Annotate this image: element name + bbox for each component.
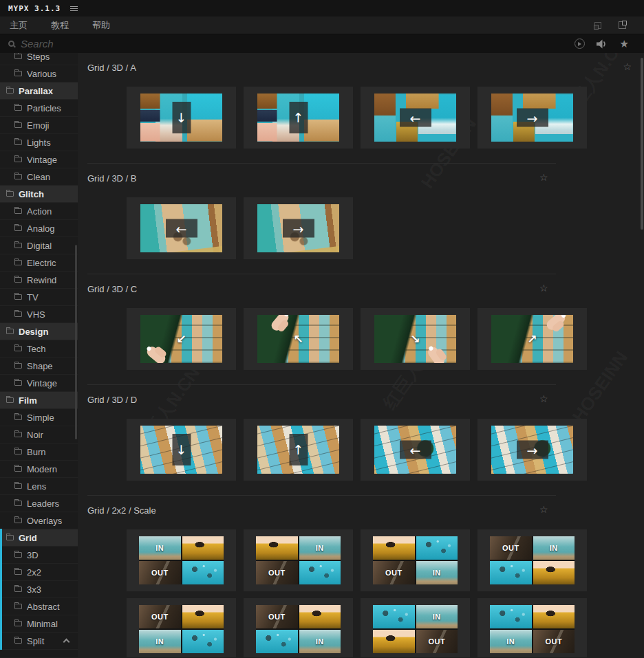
folder-icon <box>14 157 22 162</box>
sidebar-item-digital[interactable]: Digital <box>0 237 78 254</box>
sidebar-item-clean[interactable]: Clean <box>0 168 78 186</box>
sidebar-group-glitch[interactable]: Glitch <box>0 186 78 203</box>
folder-icon <box>14 260 22 265</box>
sidebar-item-noir[interactable]: Noir <box>0 426 78 443</box>
transition-card[interactable]: ↗ <box>477 308 587 370</box>
section-favorite-star-icon[interactable]: ☆ <box>539 505 548 514</box>
sidebar-item-vintage2[interactable]: Vintage <box>0 375 78 392</box>
sidebar-group-film[interactable]: Film <box>0 392 78 409</box>
transition-card[interactable]: ↘ <box>361 308 470 370</box>
sidebar-item-overlays[interactable]: Overlays <box>0 512 78 529</box>
sidebar-item-particles[interactable]: Particles <box>0 100 78 117</box>
folder-icon <box>14 483 22 489</box>
scale-out-label: OUT <box>256 613 298 621</box>
window-dock-icon[interactable] <box>594 22 601 29</box>
transition-card[interactable]: IN OUT <box>127 529 236 591</box>
sidebar-item-abstract[interactable]: Abstract <box>0 598 78 615</box>
transition-card[interactable]: IN OUT <box>477 598 587 657</box>
scale-in-label: IN <box>139 637 181 646</box>
sidebar-group-grid[interactable]: Grid <box>0 529 78 547</box>
hamburger-menu-icon[interactable] <box>70 5 78 12</box>
sidebar-item-3d[interactable]: 3D <box>0 547 78 564</box>
sidebar-group-design[interactable]: Design <box>0 323 78 340</box>
scale-out-label: OUT <box>256 569 298 577</box>
sidebar-item-lights[interactable]: Lights <box>0 134 78 151</box>
section-favorite-star-icon[interactable]: ☆ <box>539 394 548 404</box>
sidebar-item-steps[interactable]: Steps <box>0 53 78 65</box>
section-favorite-star-icon[interactable]: ☆ <box>623 62 632 72</box>
sidebar-item-leaders[interactable]: Leaders <box>0 495 78 512</box>
section-title: Grid / 3D / D <box>78 393 644 407</box>
volume-icon[interactable] <box>597 39 608 49</box>
sidebar-group-parallax[interactable]: Parallax <box>0 83 78 100</box>
transition-card[interactable]: → <box>477 87 587 149</box>
folder-icon <box>6 88 14 94</box>
scale-out-label: OUT <box>416 637 458 646</box>
sidebar-item-emoji[interactable]: Emoji <box>0 117 78 134</box>
section-favorite-star-icon[interactable]: ☆ <box>539 283 548 293</box>
menu-help[interactable]: 帮助 <box>92 19 110 32</box>
sidebar-item-3x3[interactable]: 3x3 <box>0 581 78 598</box>
play-preview-icon[interactable] <box>575 39 585 49</box>
transition-card[interactable]: IN OUT <box>244 529 353 591</box>
collapse-chevron-icon[interactable] <box>63 639 70 646</box>
scale-out-label: OUT <box>490 544 532 552</box>
sidebar-item-rewind[interactable]: Rewind <box>0 272 78 289</box>
menu-home[interactable]: 主页 <box>10 19 28 32</box>
transition-card[interactable]: OUT IN <box>127 598 236 657</box>
sidebar-item-electric[interactable]: Electric <box>0 254 78 272</box>
sidebar-item-tv[interactable]: TV <box>0 289 78 306</box>
arrow-right-icon: → <box>517 109 548 127</box>
transition-card[interactable]: ← <box>361 419 470 481</box>
sidebar-scrollbar[interactable] <box>75 245 77 439</box>
hand-photo <box>145 344 168 363</box>
menubar: 主页 教程 帮助 <box>0 17 644 34</box>
sidebar-item-burn[interactable]: Burn <box>0 443 78 461</box>
sidebar-item-split[interactable]: Split <box>0 633 78 650</box>
sidebar-item-various[interactable]: Various <box>0 65 78 83</box>
scale-out-label: OUT <box>139 613 181 621</box>
transition-card[interactable]: ← <box>361 87 470 149</box>
transition-card[interactable]: ↑ <box>244 419 353 481</box>
search-input[interactable] <box>21 38 227 50</box>
scale-in-label: IN <box>490 637 532 646</box>
sidebar-item-vhs[interactable]: VHS <box>0 306 78 323</box>
sidebar-item-shape[interactable]: Shape <box>0 358 78 375</box>
app-window: MYPX 3.1.3 主页 教程 帮助 ★ <box>0 0 644 658</box>
transition-card[interactable]: → <box>477 419 587 481</box>
scale-in-label: IN <box>299 544 341 552</box>
sidebar-item-lens[interactable]: Lens <box>0 478 78 495</box>
transition-card[interactable]: OUT IN <box>361 529 470 591</box>
transition-card[interactable]: OUT IN <box>477 529 587 591</box>
content-scrollbar[interactable] <box>641 58 643 230</box>
transition-card[interactable]: ← <box>127 197 236 259</box>
transition-card[interactable]: IN OUT <box>361 598 470 657</box>
sidebar-item-action[interactable]: Action <box>0 203 78 220</box>
sidebar-item-tech[interactable]: Tech <box>0 340 78 358</box>
transition-card[interactable]: → <box>244 197 353 259</box>
transition-card[interactable]: ↖ <box>244 308 353 370</box>
transition-card[interactable]: OUT IN <box>244 598 353 657</box>
hand-photo <box>426 345 446 363</box>
section-grid-3d-c: Grid / 3D / C ☆ ↙ ↖ ↘ ↗ <box>78 274 644 385</box>
menu-tutorial[interactable]: 教程 <box>51 19 69 32</box>
transition-card[interactable]: ↓ <box>127 87 236 149</box>
scale-out-label: OUT <box>139 569 181 577</box>
folder-icon <box>14 311 22 317</box>
section-favorite-star-icon[interactable]: ☆ <box>539 173 548 182</box>
sidebar-item-modern[interactable]: Modern <box>0 461 78 478</box>
transition-card[interactable]: ↙ <box>127 308 236 370</box>
sidebar-item-simple[interactable]: Simple <box>0 409 78 426</box>
sidebar-item-vintage[interactable]: Vintage <box>0 151 78 168</box>
transition-card[interactable]: ↑ <box>244 87 353 149</box>
sidebar-item-analog[interactable]: Analog <box>0 220 78 237</box>
sidebar-item-2x2[interactable]: 2x2 <box>0 564 78 581</box>
scale-out-label: OUT <box>533 637 575 646</box>
window-popout-icon[interactable] <box>619 21 626 29</box>
favorites-star-icon[interactable]: ★ <box>620 39 629 49</box>
arrow-right-icon: → <box>517 441 548 459</box>
transition-card[interactable]: ↓ <box>127 419 236 481</box>
folder-icon <box>6 535 14 540</box>
scale-in-label: IN <box>416 569 458 577</box>
sidebar-item-minimal[interactable]: Minimal <box>0 615 78 633</box>
